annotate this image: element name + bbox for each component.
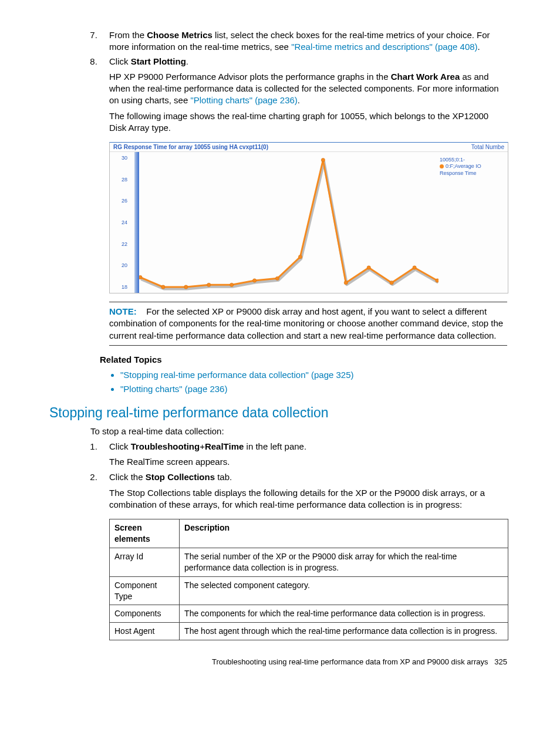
table-cell: Components <box>110 605 180 623</box>
legend-line3: Response Time <box>440 170 504 177</box>
table-row: Host AgentThe host agent through which t… <box>110 623 508 640</box>
related-topics-heading: Related Topics <box>100 354 507 366</box>
step8-para2: HP XP P9000 Performance Advisor plots th… <box>109 71 507 107</box>
section2-step2: Click the Stop Collections tab. The Stop… <box>100 471 507 511</box>
step8-bold: Start Plotting <box>131 56 186 66</box>
table-cell: Host Agent <box>110 623 180 640</box>
s2s2p: The Stop Collections table displays the … <box>109 487 507 511</box>
step8-text-a: Click <box>109 56 131 66</box>
svg-point-7 <box>298 255 302 258</box>
footer-text: Troubleshooting using real-time performa… <box>212 657 488 666</box>
table-cell: The serial number of the XP or the P9000… <box>180 548 508 576</box>
table-header: Screen elements <box>110 519 180 548</box>
step8-p2b: Chart Work Area <box>391 72 460 82</box>
svg-point-9 <box>344 281 348 284</box>
section2-step1: Click Troubleshooting+RealTime in the le… <box>100 441 507 468</box>
legend-marker-icon <box>440 164 444 168</box>
svg-point-11 <box>390 281 393 284</box>
step8-text-c: . <box>186 56 188 66</box>
svg-point-1 <box>161 285 165 289</box>
step-8: Click Start Plotting. HP XP P9000 Perfor… <box>100 56 507 346</box>
s2s1b: Troubleshooting <box>131 441 200 451</box>
y-tick-label: 22 <box>110 241 127 248</box>
s2s1d: RealTime <box>205 441 244 451</box>
svg-point-5 <box>252 279 256 282</box>
related-topic-item: "Stopping real-time performance data col… <box>120 369 507 381</box>
s2s2c: tab. <box>215 472 232 482</box>
s2s1c: + <box>200 441 205 451</box>
screen-elements-table: Screen elementsDescriptionArray IdThe se… <box>109 519 508 640</box>
table-row: Component TypeThe selected component cat… <box>110 576 508 605</box>
related-topic-link[interactable]: "Stopping real-time performance data col… <box>120 370 354 380</box>
svg-point-0 <box>139 275 142 279</box>
step7-text-d: . <box>478 42 480 52</box>
y-tick-label: 20 <box>110 262 127 269</box>
related-topics-list: "Stopping real-time performance data col… <box>65 369 507 396</box>
chart-y-axis: 30282624222018 <box>110 152 139 293</box>
s2s1p: The RealTime screen appears. <box>109 456 507 468</box>
table-row: ComponentsThe components for which the r… <box>110 605 508 623</box>
step-7: From the Choose Metrics list, select the… <box>100 29 507 53</box>
y-tick-label: 28 <box>110 176 127 183</box>
chart-title: RG Response Time for array 10055 using H… <box>113 143 268 151</box>
svg-point-4 <box>230 283 234 286</box>
legend-line1: 10055;0:1- <box>440 157 504 163</box>
s2s1e: in the left pane. <box>244 441 306 451</box>
chart-figure: RG Response Time for array 10055 using H… <box>109 142 508 293</box>
chart-legend: 10055;0:1- 0:F;Average IO Response Time <box>438 152 508 293</box>
svg-point-12 <box>413 266 416 269</box>
page-footer: Troubleshooting using real-time performa… <box>65 657 507 667</box>
table-header: Description <box>180 519 508 548</box>
related-topic-link[interactable]: "Plotting charts" (page 236) <box>120 384 227 394</box>
section2-intro: To stop a real-time data collection: <box>90 426 507 437</box>
related-topic-item: "Plotting charts" (page 236) <box>120 383 507 395</box>
svg-point-2 <box>184 285 188 289</box>
chart-plot-area <box>139 152 438 293</box>
table-cell: Component Type <box>110 576 180 605</box>
y-tick-label: 30 <box>110 154 127 161</box>
step8-link[interactable]: "Plotting charts" (page 236) <box>190 95 297 105</box>
note-text: For the selected XP or P9000 disk array … <box>109 306 503 340</box>
step7-text-a: From the <box>109 30 147 40</box>
y-tick-label: 26 <box>110 197 127 204</box>
section-heading: Stopping real-time performance data coll… <box>49 404 507 422</box>
s2s2a: Click the <box>109 472 146 482</box>
chart-title-right: Total Numbe <box>471 143 504 151</box>
table-cell: The host agent through which the real-ti… <box>180 623 508 640</box>
table-cell: The selected component category. <box>180 576 508 605</box>
svg-point-13 <box>436 279 438 282</box>
step8-p2d: . <box>298 95 300 105</box>
s2s1a: Click <box>109 441 131 451</box>
note-block: NOTE: For the selected XP or P9000 disk … <box>109 302 507 346</box>
table-row: Array IdThe serial number of the XP or t… <box>110 548 508 576</box>
s2s2b: Stop Collections <box>146 472 215 482</box>
svg-point-8 <box>321 158 325 161</box>
svg-point-10 <box>367 266 370 269</box>
svg-point-3 <box>207 283 211 286</box>
y-tick-label: 18 <box>110 283 127 291</box>
legend-line2: 0:F;Average IO <box>446 163 481 169</box>
step7-link[interactable]: "Real-time metrics and descriptions" (pa… <box>291 42 477 52</box>
svg-point-6 <box>275 276 279 280</box>
step8-para3: The following image shows the real-time … <box>109 110 507 134</box>
table-cell: Array Id <box>110 548 180 576</box>
y-tick-label: 24 <box>110 219 127 226</box>
step8-p2a: HP XP P9000 Performance Advisor plots th… <box>109 72 391 82</box>
note-label: NOTE: <box>109 306 137 316</box>
step7-bold: Choose Metrics <box>147 30 212 40</box>
footer-page-number: 325 <box>494 657 507 666</box>
table-cell: The components for which the real-time p… <box>180 605 508 623</box>
